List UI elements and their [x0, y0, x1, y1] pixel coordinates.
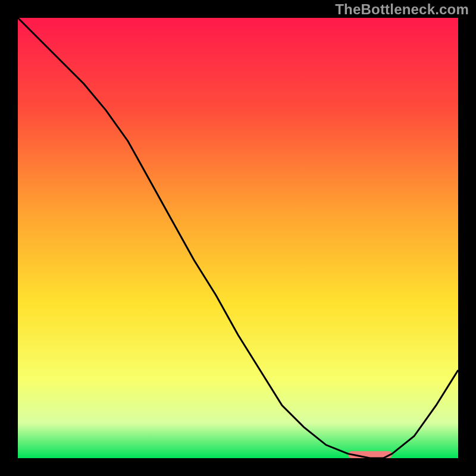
- plot-area: [18, 18, 458, 458]
- watermark-label: TheBottleneck.com: [335, 1, 469, 18]
- chart-svg: [18, 18, 458, 458]
- chart-frame: TheBottleneck.com: [0, 0, 476, 476]
